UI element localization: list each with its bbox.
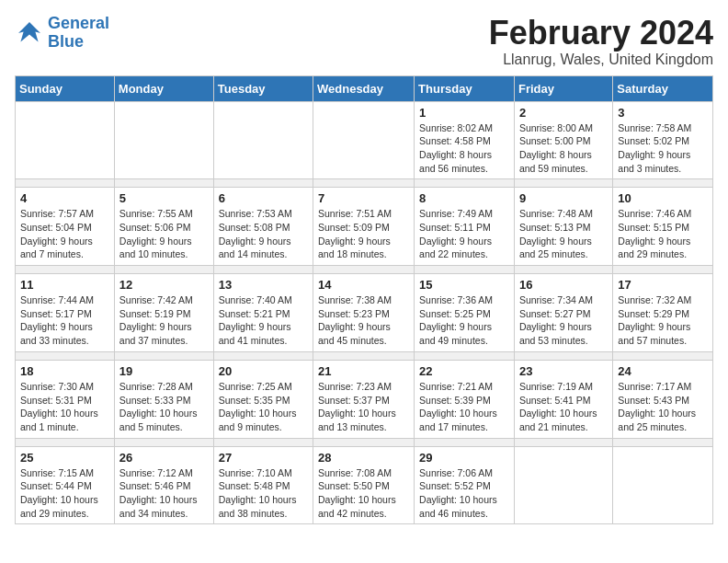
calendar-cell: 10Sunrise: 7:46 AM Sunset: 5:15 PM Dayli… — [613, 188, 713, 266]
day-info: Sunrise: 7:19 AM Sunset: 5:41 PM Dayligh… — [519, 380, 608, 434]
day-info: Sunrise: 7:23 AM Sunset: 5:37 PM Dayligh… — [318, 380, 409, 434]
calendar-cell — [114, 101, 213, 179]
calendar-cell: 7Sunrise: 7:51 AM Sunset: 5:09 PM Daylig… — [313, 188, 415, 266]
calendar-cell: 25Sunrise: 7:15 AM Sunset: 5:44 PM Dayli… — [16, 446, 115, 524]
day-info: Sunrise: 7:44 AM Sunset: 5:17 PM Dayligh… — [20, 293, 109, 348]
calendar-header-row: SundayMondayTuesdayWednesdayThursdayFrid… — [16, 75, 713, 101]
day-number: 12 — [119, 278, 209, 292]
day-info: Sunrise: 7:25 AM Sunset: 5:35 PM Dayligh… — [219, 380, 308, 434]
day-info: Sunrise: 7:34 AM Sunset: 5:27 PM Dayligh… — [519, 293, 608, 348]
day-info: Sunrise: 7:30 AM Sunset: 5:31 PM Dayligh… — [20, 380, 109, 434]
location: Llanrug, Wales, United Kingdom — [489, 52, 713, 68]
calendar-cell: 1Sunrise: 8:02 AM Sunset: 4:58 PM Daylig… — [415, 101, 515, 179]
calendar-cell: 22Sunrise: 7:21 AM Sunset: 5:39 PM Dayli… — [415, 360, 515, 438]
day-number: 17 — [618, 278, 708, 292]
calendar-week-row: 1Sunrise: 8:02 AM Sunset: 4:58 PM Daylig… — [16, 101, 713, 179]
day-number: 5 — [119, 191, 209, 205]
calendar-week-row: 18Sunrise: 7:30 AM Sunset: 5:31 PM Dayli… — [16, 360, 713, 438]
calendar-cell: 17Sunrise: 7:32 AM Sunset: 5:29 PM Dayli… — [613, 274, 713, 352]
day-info: Sunrise: 7:28 AM Sunset: 5:33 PM Dayligh… — [119, 380, 209, 434]
svg-marker-0 — [18, 22, 40, 42]
month-title: February 2024 — [489, 15, 713, 52]
day-number: 18 — [20, 364, 109, 378]
day-number: 24 — [618, 364, 708, 378]
calendar-week-row: 4Sunrise: 7:57 AM Sunset: 5:04 PM Daylig… — [16, 188, 713, 266]
day-number: 26 — [119, 451, 209, 465]
calendar-week-row: 25Sunrise: 7:15 AM Sunset: 5:44 PM Dayli… — [16, 446, 713, 524]
calendar-cell: 9Sunrise: 7:48 AM Sunset: 5:13 PM Daylig… — [514, 188, 612, 266]
day-number: 29 — [419, 451, 509, 465]
day-number: 1 — [419, 106, 509, 120]
week-separator — [16, 438, 713, 446]
calendar-cell: 8Sunrise: 7:49 AM Sunset: 5:11 PM Daylig… — [415, 188, 515, 266]
calendar-cell: 23Sunrise: 7:19 AM Sunset: 5:41 PM Dayli… — [514, 360, 612, 438]
day-info: Sunrise: 7:21 AM Sunset: 5:39 PM Dayligh… — [419, 380, 509, 434]
day-info: Sunrise: 7:53 AM Sunset: 5:08 PM Dayligh… — [219, 207, 308, 261]
logo-text: General Blue — [48, 15, 109, 52]
day-info: Sunrise: 7:10 AM Sunset: 5:48 PM Dayligh… — [219, 466, 308, 521]
weekday-header: Tuesday — [213, 75, 313, 101]
day-info: Sunrise: 7:17 AM Sunset: 5:43 PM Dayligh… — [618, 380, 708, 434]
day-info: Sunrise: 7:57 AM Sunset: 5:04 PM Dayligh… — [20, 207, 109, 261]
week-separator — [16, 351, 713, 360]
day-number: 19 — [119, 364, 209, 378]
day-info: Sunrise: 7:55 AM Sunset: 5:06 PM Dayligh… — [119, 207, 209, 261]
day-number: 9 — [519, 191, 608, 205]
weekday-header: Saturday — [613, 75, 713, 101]
day-info: Sunrise: 7:15 AM Sunset: 5:44 PM Dayligh… — [20, 466, 109, 521]
day-number: 13 — [219, 278, 308, 292]
calendar-cell: 6Sunrise: 7:53 AM Sunset: 5:08 PM Daylig… — [213, 188, 313, 266]
day-info: Sunrise: 7:08 AM Sunset: 5:50 PM Dayligh… — [318, 466, 409, 521]
weekday-header: Thursday — [415, 75, 515, 101]
day-number: 20 — [219, 364, 308, 378]
day-number: 3 — [618, 106, 708, 120]
calendar-cell: 12Sunrise: 7:42 AM Sunset: 5:19 PM Dayli… — [114, 274, 213, 352]
day-number: 11 — [20, 278, 109, 292]
day-info: Sunrise: 8:02 AM Sunset: 4:58 PM Dayligh… — [419, 121, 509, 176]
day-info: Sunrise: 7:46 AM Sunset: 5:15 PM Dayligh… — [618, 207, 708, 261]
day-info: Sunrise: 7:48 AM Sunset: 5:13 PM Dayligh… — [519, 207, 608, 261]
day-number: 2 — [519, 106, 608, 120]
day-info: Sunrise: 7:49 AM Sunset: 5:11 PM Dayligh… — [419, 207, 509, 261]
calendar-cell: 27Sunrise: 7:10 AM Sunset: 5:48 PM Dayli… — [213, 446, 313, 524]
calendar-cell: 11Sunrise: 7:44 AM Sunset: 5:17 PM Dayli… — [16, 274, 115, 352]
calendar-cell — [613, 446, 713, 524]
week-separator — [16, 266, 713, 274]
logo: General Blue — [15, 15, 109, 52]
logo-line1: General — [48, 14, 109, 32]
day-info: Sunrise: 7:36 AM Sunset: 5:25 PM Dayligh… — [419, 293, 509, 348]
day-info: Sunrise: 8:00 AM Sunset: 5:00 PM Dayligh… — [519, 121, 608, 176]
day-number: 15 — [419, 278, 509, 292]
calendar-cell: 29Sunrise: 7:06 AM Sunset: 5:52 PM Dayli… — [415, 446, 515, 524]
day-number: 6 — [219, 191, 308, 205]
calendar-cell: 4Sunrise: 7:57 AM Sunset: 5:04 PM Daylig… — [16, 188, 115, 266]
day-number: 16 — [519, 278, 608, 292]
day-number: 4 — [20, 191, 109, 205]
day-info: Sunrise: 7:42 AM Sunset: 5:19 PM Dayligh… — [119, 293, 209, 348]
calendar-cell — [514, 446, 612, 524]
day-number: 21 — [318, 364, 409, 378]
calendar-cell: 5Sunrise: 7:55 AM Sunset: 5:06 PM Daylig… — [114, 188, 213, 266]
calendar-cell: 18Sunrise: 7:30 AM Sunset: 5:31 PM Dayli… — [16, 360, 115, 438]
calendar-cell: 13Sunrise: 7:40 AM Sunset: 5:21 PM Dayli… — [213, 274, 313, 352]
day-number: 10 — [618, 191, 708, 205]
calendar-cell: 24Sunrise: 7:17 AM Sunset: 5:43 PM Dayli… — [613, 360, 713, 438]
calendar-cell: 3Sunrise: 7:58 AM Sunset: 5:02 PM Daylig… — [613, 101, 713, 179]
calendar-table: SundayMondayTuesdayWednesdayThursdayFrid… — [15, 75, 713, 525]
day-number: 25 — [20, 451, 109, 465]
weekday-header: Wednesday — [313, 75, 415, 101]
calendar-cell: 14Sunrise: 7:38 AM Sunset: 5:23 PM Dayli… — [313, 274, 415, 352]
calendar-cell — [213, 101, 313, 179]
calendar-cell: 20Sunrise: 7:25 AM Sunset: 5:35 PM Dayli… — [213, 360, 313, 438]
calendar-cell: 21Sunrise: 7:23 AM Sunset: 5:37 PM Dayli… — [313, 360, 415, 438]
weekday-header: Sunday — [16, 75, 115, 101]
day-number: 27 — [219, 451, 308, 465]
day-info: Sunrise: 7:51 AM Sunset: 5:09 PM Dayligh… — [318, 207, 409, 261]
calendar-cell: 15Sunrise: 7:36 AM Sunset: 5:25 PM Dayli… — [415, 274, 515, 352]
calendar-cell: 26Sunrise: 7:12 AM Sunset: 5:46 PM Dayli… — [114, 446, 213, 524]
day-number: 7 — [318, 191, 409, 205]
page-header: General Blue February 2024 Llanrug, Wale… — [15, 15, 713, 68]
day-number: 14 — [318, 278, 409, 292]
day-number: 8 — [419, 191, 509, 205]
day-info: Sunrise: 7:38 AM Sunset: 5:23 PM Dayligh… — [318, 293, 409, 348]
